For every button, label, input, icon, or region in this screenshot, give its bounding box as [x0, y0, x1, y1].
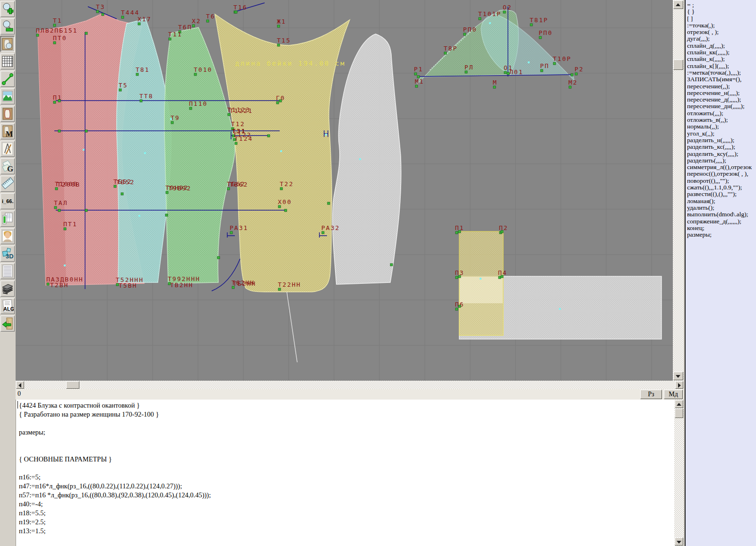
svg-text:M: M — [6, 130, 13, 138]
command-item[interactable]: выполнить(dmod\.alg); — [686, 211, 756, 218]
canvas-hscroll-thumb[interactable] — [66, 381, 79, 389]
svg-text:РП0: РП0 — [539, 29, 552, 36]
svg-text:G: G — [7, 164, 13, 173]
command-item[interactable]: :=точка(,); — [686, 22, 756, 29]
svg-text:Т1221: Т1221 — [230, 107, 253, 114]
svg-text:П1: П1 — [53, 94, 62, 101]
command-item[interactable]: конец; — [686, 225, 756, 231]
editor-vscrollbar[interactable] — [674, 400, 684, 546]
books-button[interactable] — [0, 281, 15, 297]
threed-button[interactable]: 3D — [0, 246, 15, 262]
command-item[interactable]: дуга(,,,); — [686, 35, 756, 42]
image-button[interactable] — [0, 88, 15, 104]
svg-text:Т5: Т5 — [119, 82, 128, 89]
pattern-m-button[interactable]: M — [0, 123, 15, 139]
command-item[interactable]: сопряжение_д(,,,,,,); — [686, 218, 756, 225]
zoom-out-button[interactable] — [0, 18, 15, 34]
command-item[interactable]: угол_к(,,); — [686, 130, 756, 137]
command-item[interactable]: удалить(); — [686, 205, 756, 211]
svg-text:Х17: Х17 — [137, 16, 151, 23]
svg-text:РП0: РП0 — [463, 26, 477, 33]
rz-button[interactable]: Рз — [640, 390, 662, 399]
grading-g-button[interactable]: G — [0, 158, 15, 174]
canvas-scroll-down-button[interactable] — [673, 372, 683, 380]
i66-button[interactable]: i_66. — [0, 193, 15, 209]
photo-button[interactable] — [0, 228, 15, 244]
svg-text:М1: М1 — [415, 78, 424, 85]
command-item[interactable]: :=метка(точка(,),,,,); — [686, 69, 756, 76]
svg-text:Т124: Т124 — [234, 135, 253, 142]
books-icon — [1, 282, 14, 296]
svg-text:Т010: Т010 — [194, 66, 212, 73]
svg-text:ТТ8: ТТ8 — [139, 93, 153, 100]
canvas-scroll-up-button[interactable] — [673, 0, 683, 9]
svg-text:ТВ62: ТВ62 — [230, 181, 248, 188]
command-item[interactable]: ломаная(); — [686, 198, 756, 205]
command-item[interactable]: сплайн_д(,,,,); — [686, 43, 756, 49]
svg-text:Т81Р: Т81Р — [530, 17, 548, 24]
command-item[interactable]: сплайн_к(,,,,); — [686, 56, 756, 62]
app-window: M G — [0, 0, 756, 546]
command-item[interactable]: отложить_в(,,); — [686, 117, 756, 123]
command-item[interactable]: [ ] — [686, 16, 756, 22]
view-pattern-button[interactable] — [0, 36, 15, 52]
compass-icon — [1, 142, 14, 156]
command-item[interactable]: пересечение(,,); — [686, 83, 756, 90]
command-item[interactable]: перенос((),отрезок( , ), — [686, 171, 756, 177]
svg-text:Л01: Л01 — [509, 68, 523, 76]
md-button[interactable]: Мд — [664, 390, 683, 399]
drafting-button[interactable] — [0, 141, 15, 157]
canvas-scroll-left-button[interactable] — [16, 381, 24, 389]
command-item[interactable]: ЗАПИСАТЬ(имя=(), — [686, 76, 756, 83]
command-item[interactable]: нормаль(,,); — [686, 123, 756, 130]
command-item[interactable]: пересечение_дн(,,,,,); — [686, 103, 756, 110]
command-item[interactable]: симметрия_л((),отрезок — [686, 164, 756, 171]
grid-button[interactable] — [0, 53, 15, 69]
editor-scroll-down-button[interactable] — [675, 537, 683, 546]
canvas-vscroll-thumb[interactable] — [673, 60, 683, 70]
zoom-in-button[interactable] — [0, 1, 15, 17]
command-item[interactable]: разделить_кс(,,,,); — [686, 144, 756, 150]
table-button[interactable] — [0, 211, 15, 227]
command-item[interactable]: пересечение_н(,,,,); — [686, 90, 756, 96]
svg-text:ТВ2НН: ТВ2НН — [170, 282, 193, 289]
svg-text:Р1: Р1 — [414, 66, 423, 73]
svg-text:Т10Р: Т10Р — [553, 55, 571, 62]
length-note: длина бейки 194.00 см — [235, 60, 346, 67]
command-item[interactable]: пересечение_д(,,,,,); — [686, 96, 756, 103]
command-item[interactable]: размеры; — [686, 231, 756, 238]
down-arrow-icon — [677, 541, 681, 544]
pattern-card-button[interactable] — [0, 106, 15, 122]
command-item[interactable]: поворот((),,,""); — [686, 178, 756, 184]
editor-vscroll-thumb[interactable] — [675, 409, 683, 418]
m-pattern-icon: M — [1, 124, 14, 138]
command-item[interactable]: сжать((),,,1.1,0.9,""); — [686, 184, 756, 191]
svg-text:РАЗ2: РАЗ2 — [321, 224, 340, 231]
alg-document-icon: ALG — [1, 299, 14, 313]
command-item[interactable]: сплайн_к[](,,,,); — [686, 63, 756, 69]
command-item[interactable]: отложить(,,,); — [686, 110, 756, 117]
command-item[interactable]: разделить_н(,,,,,); — [686, 137, 756, 144]
alg-button[interactable]: ALG — [0, 298, 15, 314]
command-item[interactable]: сплайн_кк(,,,,,); — [686, 49, 756, 56]
command-item[interactable]: = ; — [686, 2, 756, 9]
svg-text:Т11: Т11 — [168, 31, 182, 38]
exit-button[interactable] — [0, 316, 15, 332]
list-button[interactable] — [0, 263, 15, 279]
editor-scroll-up-button[interactable] — [675, 400, 683, 408]
ruler-button[interactable] — [0, 176, 15, 192]
measure-line-button[interactable] — [0, 71, 15, 87]
drawing-canvas[interactable]: длина бейки 194.00 см Т3Т16Т444Х17Т1Т6Х2… — [16, 0, 673, 381]
canvas-scroll-right-button[interactable] — [675, 381, 683, 389]
command-item[interactable]: { } — [686, 9, 756, 15]
svg-text:РАЗ1: РАЗ1 — [230, 224, 248, 231]
command-item[interactable]: отрезок( , ); — [686, 29, 756, 35]
command-item[interactable]: разделить(,,,,); — [686, 157, 756, 164]
command-item[interactable]: разделить_ксу(,,,,); — [686, 151, 756, 157]
command-item[interactable]: развести((),(),,,""); — [686, 191, 756, 197]
algorithm-editor[interactable]: {4424 Блузка с контрастной окантовкой } … — [16, 400, 675, 546]
svg-text:ПТ0: ПТ0 — [53, 34, 67, 42]
canvas-vscrollbar[interactable] — [673, 0, 684, 381]
canvas-hscrollbar[interactable] — [16, 381, 684, 389]
up-arrow-icon — [676, 3, 680, 6]
